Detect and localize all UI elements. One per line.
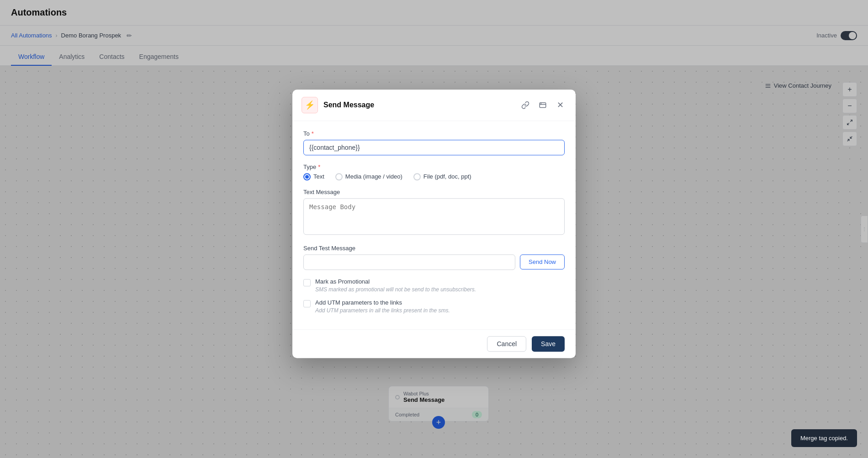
message-body-input[interactable] bbox=[303, 198, 565, 235]
close-icon: ✕ bbox=[557, 100, 564, 110]
utm-label-group: Add UTM parameters to the links Add UTM … bbox=[315, 299, 450, 314]
send-test-group: Send Test Message Send Now bbox=[303, 245, 565, 270]
lightning-icon: ⚡ bbox=[305, 100, 315, 110]
to-required: * bbox=[312, 130, 314, 137]
modal-icon: ⚡ bbox=[302, 97, 318, 113]
code-button[interactable] bbox=[536, 99, 549, 111]
cancel-button[interactable]: Cancel bbox=[487, 336, 526, 352]
toast-message: Merge tag copied. bbox=[791, 429, 857, 447]
radio-file-circle bbox=[413, 173, 421, 180]
to-input[interactable] bbox=[303, 140, 565, 155]
text-message-label: Text Message bbox=[303, 189, 565, 195]
type-radio-group: Text Media (image / video) File (pdf, do… bbox=[303, 173, 565, 180]
radio-media-circle bbox=[335, 173, 343, 180]
radio-media[interactable]: Media (image / video) bbox=[335, 173, 402, 180]
modal-title: Send Message bbox=[323, 101, 513, 109]
modal-header: ⚡ Send Message ✕ bbox=[292, 89, 576, 121]
type-required: * bbox=[318, 163, 320, 170]
modal-footer: Cancel Save bbox=[292, 329, 576, 358]
save-button[interactable]: Save bbox=[532, 336, 565, 352]
close-button[interactable]: ✕ bbox=[554, 99, 566, 111]
promotional-label: Mark as Promotional bbox=[315, 278, 476, 285]
modal-body: To * Type * Text Media (image / video) bbox=[292, 121, 576, 329]
utm-hint: Add UTM parameters in all the links pres… bbox=[315, 307, 450, 314]
radio-text-circle bbox=[303, 173, 311, 180]
utm-checkbox-group: Add UTM parameters to the links Add UTM … bbox=[303, 299, 565, 314]
svg-rect-4 bbox=[540, 102, 546, 107]
utm-checkbox[interactable] bbox=[303, 300, 311, 307]
to-label: To * bbox=[303, 130, 565, 137]
promotional-hint: SMS marked as promotional will not be se… bbox=[315, 286, 476, 293]
utm-label: Add UTM parameters to the links bbox=[315, 299, 450, 306]
send-test-label: Send Test Message bbox=[303, 245, 565, 252]
radio-text[interactable]: Text bbox=[303, 173, 324, 180]
text-message-group: Text Message bbox=[303, 189, 565, 237]
send-now-button[interactable]: Send Now bbox=[520, 254, 565, 269]
code-icon bbox=[539, 101, 547, 109]
type-label: Type * bbox=[303, 163, 565, 170]
type-field-group: Type * Text Media (image / video) File (… bbox=[303, 163, 565, 180]
link-icon bbox=[521, 101, 529, 109]
promotional-checkbox-group: Mark as Promotional SMS marked as promot… bbox=[303, 278, 565, 293]
to-field-group: To * bbox=[303, 130, 565, 155]
toast-text: Merge tag copied. bbox=[800, 435, 848, 442]
link-button[interactable] bbox=[519, 99, 532, 111]
send-message-modal: ⚡ Send Message ✕ bbox=[292, 89, 576, 358]
promotional-checkbox[interactable] bbox=[303, 279, 311, 286]
modal-header-actions: ✕ bbox=[519, 99, 566, 111]
send-test-input[interactable] bbox=[303, 254, 515, 270]
radio-file[interactable]: File (pdf, doc, ppt) bbox=[413, 173, 471, 180]
promotional-label-group: Mark as Promotional SMS marked as promot… bbox=[315, 278, 476, 293]
